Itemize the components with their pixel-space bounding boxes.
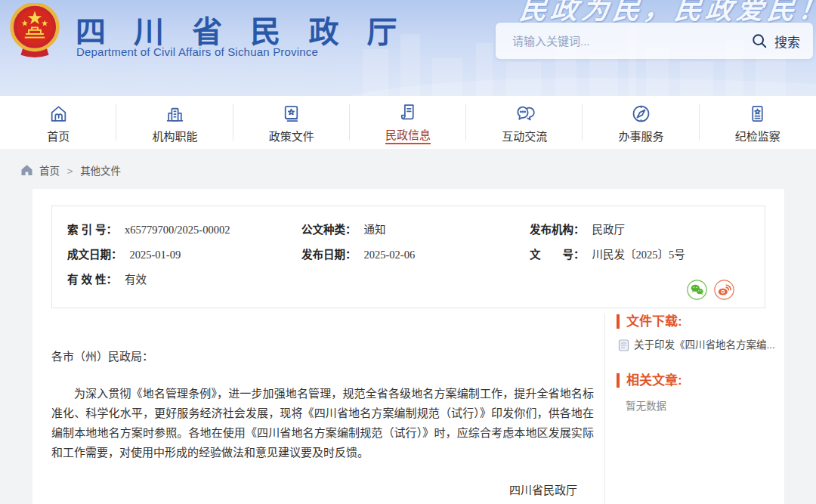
meta-doc-type: 公文种类：通知 (301, 221, 530, 238)
search-input[interactable] (496, 23, 745, 59)
document-card: 索 引 号：x65779700/2025-00002 公文种类：通知 发布机构：… (32, 189, 784, 504)
breadcrumb-home-link[interactable]: 首页 (39, 165, 60, 177)
breadcrumb-home-icon[interactable] (20, 164, 33, 176)
sidebar-download-title: 文件下载: (617, 314, 775, 329)
sidebar-download-link-row[interactable]: 关于印发《四川省地名方案编... (618, 339, 775, 351)
search-button-label: 搜索 (774, 32, 800, 51)
document-meta-grid: 索 引 号：x65779700/2025-00002 公文种类：通知 发布机构：… (52, 206, 765, 288)
nav-item-functions[interactable]: 机构职能 (116, 96, 233, 149)
search-box: 搜索 (496, 23, 813, 59)
document-salutation: 各市（州）民政局： (51, 348, 594, 363)
nav-item-interaction[interactable]: 互动交流 (466, 96, 583, 149)
inspection-badge-icon (747, 104, 768, 124)
main-nav: 首页 机构职能 政策文件 民政信息 (0, 96, 816, 149)
nav-label: 互动交流 (502, 128, 547, 144)
file-icon (618, 339, 629, 351)
org-building-icon (165, 104, 185, 124)
page-header: 民政为民，民政爱民！ 四 川 省 民 政 厅 Department of Civ… (0, 0, 816, 96)
nav-label: 政策文件 (269, 128, 314, 144)
wechat-share-icon[interactable] (687, 280, 707, 300)
search-icon (751, 32, 768, 49)
nav-item-home[interactable]: 首页 (0, 96, 116, 149)
share-buttons (687, 280, 734, 300)
nav-label: 民政信息 (385, 126, 431, 144)
home-icon (48, 104, 69, 124)
nav-item-policy[interactable]: 政策文件 (233, 96, 350, 149)
document-meta-box: 索 引 号：x65779700/2025-00002 公文种类：通知 发布机构：… (51, 206, 765, 308)
breadcrumb-separator: > (67, 165, 73, 177)
breadcrumb: 首页 > 其他文件 (0, 149, 816, 190)
search-button[interactable]: 搜索 (745, 23, 813, 59)
compass-icon (631, 104, 651, 124)
weibo-share-icon[interactable] (714, 280, 734, 300)
document-body: 各市（州）民政局： 为深入贯彻《地名管理条例》，进一步加强地名管理，规范全省各级… (51, 340, 594, 497)
site-subtitle: Department of Civil Affairs of Sichuan P… (76, 45, 318, 58)
sidebar-related-title: 相关文章: (617, 373, 775, 388)
nav-label: 办事服务 (619, 128, 664, 144)
nav-item-civil-info[interactable]: 民政信息 (350, 96, 466, 149)
national-emblem-logo (10, 3, 60, 59)
document-paragraph: 为深入贯彻《地名管理条例》，进一步加强地名管理，规范全省各级地名方案编制工作，提… (51, 384, 594, 462)
nav-label: 纪检监察 (735, 128, 780, 144)
document-signature: 四川省民政厅 (51, 481, 594, 497)
meta-validity: 有 效 性：有效 (67, 271, 301, 288)
nav-item-discipline[interactable]: 纪检监察 (700, 96, 816, 149)
nav-label: 首页 (47, 128, 70, 144)
breadcrumb-current: 其他文件 (80, 165, 121, 177)
meta-publish-date: 发布日期：2025-02-06 (301, 246, 530, 263)
chat-bubbles-icon (515, 104, 535, 124)
meta-issuing-agency: 发布机构：民政厅 (530, 221, 765, 238)
content-sidebar-divider (604, 314, 605, 504)
sidebar-related-empty: 暂无数据 (626, 397, 775, 413)
policy-book-icon (281, 104, 301, 124)
meta-index-number: 索 引 号：x65779700/2025-00002 (67, 221, 301, 238)
meta-written-date: 成文日期：2025-01-09 (67, 246, 301, 263)
sidebar-download-link[interactable]: 关于印发《四川省地名方案编... (634, 339, 775, 351)
sidebar: 文件下载: 关于印发《四川省地名方案编... 相关文章: 暂无数据 (617, 314, 775, 413)
nav-item-services[interactable]: 办事服务 (583, 96, 699, 149)
nav-label: 机构职能 (152, 128, 197, 144)
info-scroll-icon (397, 102, 418, 122)
meta-doc-number: 文 号：川民发〔2025〕5号 (530, 246, 765, 263)
